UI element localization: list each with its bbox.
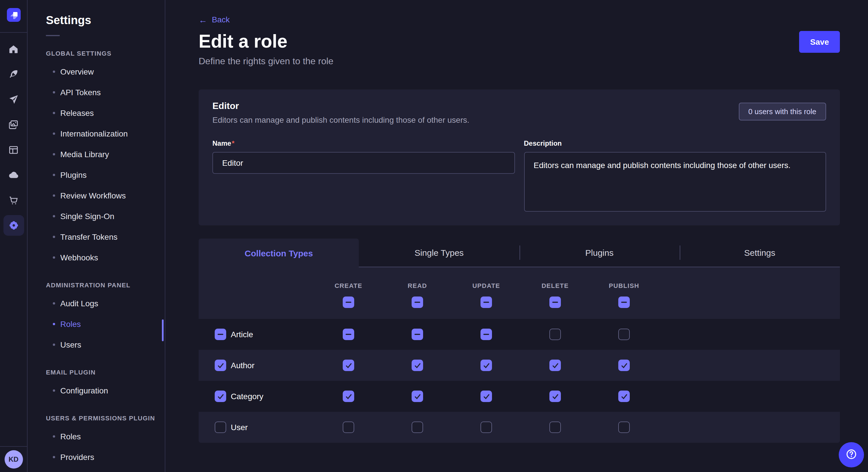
header-label-gap — [215, 267, 314, 319]
subnav-scrollbar-thumb[interactable] — [162, 319, 164, 341]
tab-collection-types[interactable]: Collection Types — [198, 239, 359, 267]
rail-item-home[interactable] — [0, 36, 27, 61]
page-title: Edit a role — [198, 30, 287, 53]
article-update-checkbox-indeterminate[interactable] — [480, 329, 492, 340]
check-icon — [414, 362, 421, 369]
subnav-item-users[interactable]: Users — [46, 334, 165, 355]
rail-item-feather[interactable] — [0, 61, 27, 87]
subnav-item-providers[interactable]: Providers — [46, 447, 165, 467]
indeterminate-dash-icon — [621, 302, 627, 303]
subnav-item-audit-logs[interactable]: Audit Logs — [46, 293, 165, 314]
check-icon — [345, 393, 352, 400]
role-name-heading: Editor — [212, 101, 739, 111]
back-label: Back — [212, 15, 229, 24]
subnav-item-label: Roles — [60, 432, 81, 441]
tab-single-types[interactable]: Single Types — [359, 239, 520, 267]
permission-cell — [590, 329, 658, 340]
article-create-checkbox-indeterminate[interactable] — [343, 329, 354, 340]
name-input[interactable] — [212, 152, 515, 174]
subnav-item-api-tokens[interactable]: API Tokens — [46, 82, 165, 103]
category-read-checkbox-checked[interactable] — [412, 391, 423, 402]
bullet-dot — [53, 215, 55, 217]
rail-item-paper-plane[interactable] — [0, 87, 27, 112]
tab-settings[interactable]: Settings — [680, 239, 840, 267]
category-create-checkbox-checked[interactable] — [343, 391, 354, 402]
help-button[interactable] — [839, 442, 864, 467]
bullet-dot — [53, 302, 55, 305]
select-all-create-checkbox-indeterminate[interactable] — [343, 297, 354, 308]
article-publish-checkbox-unchecked[interactable] — [618, 329, 630, 340]
users-with-role-button[interactable]: 0 users with this role — [739, 103, 826, 121]
check-icon — [620, 393, 628, 400]
subnav-item-transfer-tokens[interactable]: Transfer Tokens — [46, 227, 165, 247]
subnav-item-label: Releases — [60, 108, 94, 117]
category-row-checkbox-checked[interactable] — [215, 391, 226, 402]
author-update-checkbox-checked[interactable] — [480, 360, 492, 371]
check-icon — [217, 362, 224, 369]
select-all-delete-checkbox-indeterminate[interactable] — [549, 297, 561, 308]
subnav-item-plugins[interactable]: Plugins — [46, 165, 165, 185]
article-row-checkbox-indeterminate[interactable] — [215, 329, 226, 340]
check-icon — [345, 362, 352, 369]
strapi-logo-button[interactable] — [0, 0, 27, 33]
author-delete-checkbox-checked[interactable] — [549, 360, 561, 371]
category-publish-checkbox-checked[interactable] — [618, 391, 630, 402]
save-button[interactable]: Save — [799, 31, 840, 53]
subnav-item-releases[interactable]: Releases — [46, 103, 165, 123]
user-publish-checkbox-unchecked[interactable] — [618, 422, 630, 433]
permission-cell — [590, 391, 658, 402]
avatar[interactable]: KD — [4, 450, 23, 469]
subnav-item-review-workflows[interactable]: Review Workflows — [46, 185, 165, 206]
user-read-checkbox-unchecked[interactable] — [412, 422, 423, 433]
subnav-section: ADMINISTRATION PANELAudit LogsRolesUsers — [46, 281, 165, 355]
select-all-publish-checkbox-indeterminate[interactable] — [618, 297, 630, 308]
user-create-checkbox-unchecked[interactable] — [343, 422, 354, 433]
content-type-name: Author — [231, 361, 255, 370]
tab-plugins[interactable]: Plugins — [519, 239, 680, 267]
tab-label: Collection Types — [245, 248, 313, 258]
icon-rail: KD — [0, 0, 28, 472]
permission-cell — [314, 391, 383, 402]
main-content: ← Back Edit a role Save Define the right… — [165, 0, 868, 472]
rail-item-cart[interactable] — [0, 188, 27, 213]
author-read-checkbox-checked[interactable] — [412, 360, 423, 371]
rail-item-cloud[interactable] — [0, 162, 27, 188]
back-link[interactable]: ← Back — [198, 15, 229, 24]
rail-item-layout[interactable] — [0, 137, 27, 162]
category-delete-checkbox-checked[interactable] — [549, 391, 561, 402]
user-delete-checkbox-unchecked[interactable] — [549, 422, 561, 433]
select-all-read-checkbox-indeterminate[interactable] — [412, 297, 423, 308]
role-fields: Name* Description Editors can manage and… — [212, 139, 826, 214]
permission-column-update: UPDATE — [452, 267, 521, 319]
article-read-checkbox-indeterminate[interactable] — [412, 329, 423, 340]
subnav-item-roles[interactable]: Roles — [46, 314, 165, 334]
author-create-checkbox-checked[interactable] — [343, 360, 354, 371]
subnav-item-single-sign-on[interactable]: Single Sign-On — [46, 206, 165, 227]
subnav-item-media-library[interactable]: Media Library — [46, 144, 165, 165]
category-update-checkbox-checked[interactable] — [480, 391, 492, 402]
author-row-checkbox-checked[interactable] — [215, 360, 226, 371]
subnav-item-label: Users — [60, 340, 81, 349]
subnav-section: EMAIL PLUGINConfiguration — [46, 369, 165, 401]
role-summary: Editors can manage and publish contents … — [212, 115, 739, 125]
row-label: Category — [215, 391, 314, 402]
user-update-checkbox-unchecked[interactable] — [480, 422, 492, 433]
paper-plane-icon — [3, 89, 24, 109]
subnav-item-label: Single Sign-On — [60, 212, 114, 221]
rail-item-gear[interactable] — [0, 213, 27, 238]
check-icon — [551, 362, 559, 369]
user-row-checkbox-unchecked[interactable] — [215, 422, 226, 433]
subnav-item-webhooks[interactable]: Webhooks — [46, 247, 165, 268]
subnav-item-internationalization[interactable]: Internationalization — [46, 123, 165, 144]
description-textarea[interactable]: Editors can manage and publish contents … — [524, 152, 826, 212]
article-delete-checkbox-unchecked[interactable] — [549, 329, 561, 340]
subnav-item-label: Configuration — [60, 386, 108, 395]
home-icon — [3, 38, 24, 59]
rail-item-pictures[interactable] — [0, 112, 27, 137]
select-all-update-checkbox-indeterminate[interactable] — [480, 297, 492, 308]
subnav-item-configuration[interactable]: Configuration — [46, 380, 165, 401]
page-header: Edit a role Save — [198, 30, 840, 53]
author-publish-checkbox-checked[interactable] — [618, 360, 630, 371]
subnav-item-roles[interactable]: Roles — [46, 426, 165, 447]
subnav-item-overview[interactable]: Overview — [46, 61, 165, 82]
